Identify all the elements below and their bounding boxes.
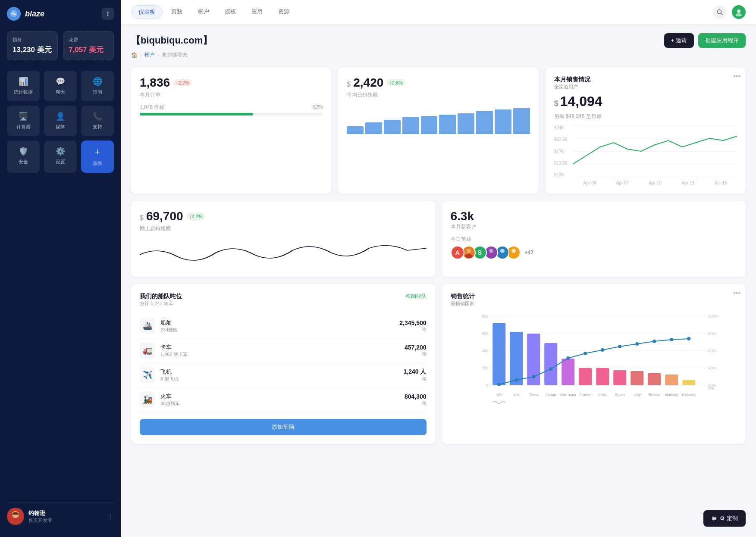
- avg-sales-header: $ 2,420 ↑2.6%: [347, 76, 530, 90]
- svg-text:US: US: [496, 393, 502, 397]
- expense-value: 7,057 美元: [69, 45, 108, 55]
- fleet-ship-name: 船舶: [160, 319, 394, 327]
- sales-stat-header: 销售统计 最畅销国家: [451, 293, 737, 307]
- budget-value: 13,230 美元: [13, 45, 52, 55]
- fleet-truck-count: 1,460 辆卡车: [160, 351, 399, 358]
- svg-point-22: [511, 249, 516, 253]
- breadcrumb-home-icon: 🏠: [131, 52, 138, 58]
- sales-stat-subtitle: 最畅销国家: [451, 300, 475, 307]
- fleet-plane-name: 飞机: [160, 368, 398, 376]
- user-nav-avatar[interactable]: [732, 5, 746, 19]
- truck-icon: 🚛: [140, 343, 155, 358]
- user-menu-icon[interactable]: ⋮: [107, 512, 114, 521]
- chat-icon: 💬: [56, 77, 65, 86]
- mini-bar: [458, 113, 474, 134]
- sidebar-item-stats[interactable]: 📊 统计数据: [7, 71, 40, 101]
- sales-stat-card: ••• 销售统计 最畅销国家: [442, 284, 746, 444]
- sidebar-settings-icon[interactable]: [102, 8, 114, 20]
- svg-rect-43: [544, 343, 557, 385]
- svg-rect-44: [562, 359, 574, 385]
- tab-auth[interactable]: 授权: [218, 5, 243, 19]
- sidebar-item-calc[interactable]: 🖥️ 计算器: [7, 106, 40, 136]
- sidebar-item-label: 计算器: [16, 124, 31, 130]
- svg-point-62: [670, 338, 673, 341]
- fleet-link[interactable]: 检阅舰队: [406, 293, 427, 300]
- fleet-truck-name: 卡车: [160, 343, 399, 351]
- avg-sales-label: 平均日销售额: [347, 91, 530, 99]
- fleet-train-name: 火车: [160, 393, 399, 400]
- svg-point-60: [635, 342, 639, 346]
- tab-pages[interactable]: 页数: [164, 5, 189, 19]
- avg-sales-card: $ 2,420 ↑2.6% 平均日销售额: [338, 67, 538, 194]
- sidebar-item-add[interactable]: + 添新: [81, 140, 114, 173]
- user-info: 约翰逊 反应开发者: [28, 509, 103, 524]
- progress-target: 1,048 目标: [140, 104, 164, 111]
- svg-point-55: [549, 367, 552, 371]
- add-vehicle-button[interactable]: 添加车辆: [140, 419, 427, 435]
- fleet-item-ship: 🚢 船舶 234艘舰 2,345,500 吨: [140, 314, 427, 338]
- customize-button[interactable]: ⚙ 定制: [703, 510, 746, 527]
- stats-icon: 📊: [19, 77, 28, 86]
- user-section: 约翰逊 反应开发者 ⋮: [7, 502, 114, 530]
- svg-point-19: [487, 254, 495, 258]
- svg-rect-48: [631, 371, 643, 385]
- svg-point-53: [514, 378, 518, 382]
- sidebar: blaze 预算 13,230 美元 花费 7,057 美元 📊 统计数据 💬 …: [0, 0, 121, 537]
- new-customers-card: 6.3k 本月新客户 今日英雄 A S: [442, 201, 746, 277]
- svg-point-21: [499, 254, 506, 258]
- stats-row-1: 1,836 ↓2.2% 本月订单 1,048 目标 62%: [131, 67, 746, 194]
- breadcrumb: 🏠 › 帐户 › 奥弗维耶夫: [131, 51, 746, 59]
- main-content: 仪表板 页数 帐户 授权 应用 资源 【biqubiqu.com】 + 邀请 创…: [121, 0, 756, 537]
- tab-resources[interactable]: 资源: [271, 5, 296, 19]
- svg-text:France: France: [579, 393, 591, 397]
- svg-text:200: 200: [482, 366, 488, 370]
- svg-text:Canada: Canada: [682, 393, 696, 397]
- nav-grid: 📊 统计数据 💬 聊天 🌐 指南 🖥️ 计算器 👤 媒体 📞 支持 🛡️ 安全: [7, 71, 114, 173]
- sidebar-item-security[interactable]: 🛡️ 安全: [7, 140, 40, 173]
- new-customers-value: 6.3k: [451, 209, 737, 223]
- svg-point-17: [465, 254, 473, 258]
- search-button[interactable]: [713, 5, 727, 19]
- tab-accounts[interactable]: 帐户: [191, 5, 216, 19]
- sidebar-item-settings[interactable]: ⚙️ 设置: [44, 140, 77, 173]
- user-role: 反应开发者: [28, 517, 103, 524]
- add-icon: +: [95, 147, 100, 158]
- logo-text: blaze: [25, 9, 44, 19]
- invite-button[interactable]: + 邀请: [664, 33, 694, 48]
- tab-apps[interactable]: 应用: [245, 5, 270, 19]
- ship-icon: 🚢: [140, 318, 155, 334]
- monthly-sales-title: 本月销售情况: [554, 76, 737, 84]
- fleet-item-train: 🚂 火车 36趟列车 804,300 吨: [140, 387, 427, 412]
- svg-text:Russia: Russia: [648, 393, 660, 397]
- svg-text:400: 400: [482, 349, 488, 353]
- sidebar-item-media[interactable]: 👤 媒体: [44, 106, 77, 136]
- create-app-button[interactable]: 创建应用程序: [698, 33, 746, 48]
- new-customers-label: 本月新客户: [451, 223, 737, 231]
- mini-bar: [476, 111, 493, 134]
- svg-rect-41: [510, 332, 523, 385]
- sidebar-item-chat[interactable]: 💬 聊天: [44, 71, 77, 101]
- logo-mark: [7, 7, 21, 21]
- svg-point-20: [500, 249, 505, 253]
- svg-text:800: 800: [482, 314, 488, 318]
- monthly-sales-more-button[interactable]: •••: [733, 72, 740, 80]
- sidebar-item-support[interactable]: 📞 支持: [81, 106, 114, 136]
- progress-pct: 62%: [312, 104, 323, 111]
- sales-stat-more-button[interactable]: •••: [733, 289, 740, 297]
- svg-point-1: [107, 12, 109, 13]
- fleet-ship-count: 234艘舰: [160, 327, 394, 333]
- media-icon: 👤: [56, 112, 65, 121]
- total-sales-chart: [140, 237, 427, 272]
- sidebar-item-guide[interactable]: 🌐 指南: [81, 71, 114, 101]
- breadcrumb-accounts[interactable]: 帐户: [144, 51, 155, 59]
- tab-dashboard[interactable]: 仪表板: [131, 5, 163, 19]
- avg-sales-chart: [347, 104, 530, 134]
- page-actions: + 邀请 创建应用程序: [664, 33, 746, 48]
- svg-point-18: [489, 249, 493, 253]
- progress-fill: [140, 113, 253, 116]
- total-sales-badge: ↑2.2%: [187, 213, 205, 220]
- breadcrumb-current: 奥弗维耶夫: [162, 51, 188, 59]
- svg-text:Japan: Japan: [545, 393, 556, 397]
- svg-rect-45: [579, 368, 592, 385]
- svg-rect-49: [648, 373, 661, 385]
